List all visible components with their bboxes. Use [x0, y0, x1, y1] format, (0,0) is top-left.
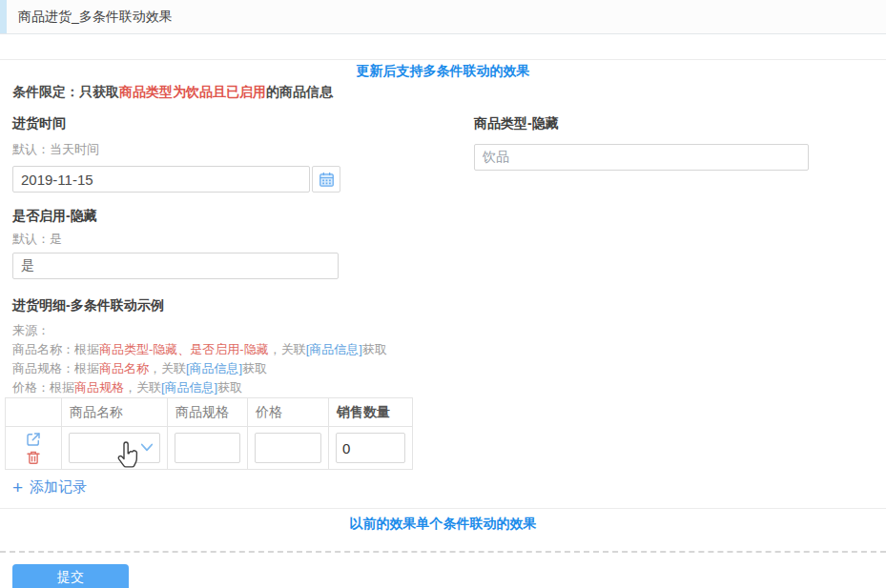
- banner-bottom: 以前的效果单个条件联动的效果: [0, 516, 886, 533]
- form-panel: 更新后支持多条件联动的效果 条件限定：只获取商品类型为饮品且已启用的商品信息 进…: [0, 59, 886, 509]
- quantity-input[interactable]: [336, 433, 405, 463]
- purchase-date-input[interactable]: [12, 166, 310, 193]
- enabled-label: 是否启用-隐藏: [12, 208, 886, 224]
- condition-suffix: 的商品信息: [266, 84, 333, 99]
- source-notes: 来源： 商品名称：根据商品类型-隐藏、是否启用-隐藏，关联[商品信息]获取 商品…: [12, 321, 886, 397]
- product-spec-input[interactable]: [175, 433, 240, 463]
- product-spec-cell: [168, 427, 248, 470]
- condition-highlight: 商品类型为饮品且已启用: [119, 84, 266, 99]
- trash-icon[interactable]: [25, 449, 42, 466]
- table-header-row: 商品名称 商品规格 价格 销售数量: [6, 398, 413, 427]
- col-price: 价格: [248, 398, 329, 427]
- calendar-button[interactable]: [312, 166, 340, 193]
- detail-title: 进货明细-多条件联动示例: [12, 297, 886, 314]
- price-cell: [248, 427, 329, 470]
- condition-note: 条件限定：只获取商品类型为饮品且已启用的商品信息: [12, 84, 886, 101]
- col-product-name: 商品名称: [62, 398, 168, 427]
- form-title-bar: 商品进货_多条件联动效果: [0, 0, 886, 34]
- col-actions: [6, 398, 62, 427]
- detail-table: 商品名称 商品规格 价格 销售数量: [5, 397, 413, 470]
- chevron-down-icon[interactable]: [140, 442, 154, 454]
- price-input[interactable]: [255, 433, 321, 463]
- field-enabled: 是否启用-隐藏 默认：是: [12, 208, 886, 279]
- banner-top: 更新后支持多条件联动的效果: [0, 60, 886, 80]
- source-line: 商品名称：根据商品类型-隐藏、是否启用-隐藏，关联[商品信息]获取: [12, 340, 886, 359]
- enabled-hint: 默认：是: [12, 232, 886, 247]
- add-record-label: 添加记录: [30, 478, 87, 497]
- source-label: 来源：: [12, 321, 886, 340]
- table-row: [6, 427, 413, 470]
- date-input-group: [12, 166, 340, 193]
- source-line: 商品规格：根据商品名称，关联[商品信息]获取: [12, 359, 886, 378]
- field-product-type: 商品类型-隐藏: [474, 115, 810, 193]
- field-purchase-time: 进货时间 默认：当天时间: [12, 115, 340, 193]
- purchase-time-hint: 默认：当天时间: [12, 142, 340, 157]
- plus-icon: +: [12, 478, 23, 497]
- product-type-input[interactable]: [474, 144, 809, 171]
- form-title: 商品进货_多条件联动效果: [18, 9, 173, 26]
- calendar-icon: [318, 171, 336, 189]
- dashed-divider: [0, 551, 886, 553]
- source-line: 价格：根据商品规格，关联[商品信息]获取: [12, 378, 886, 397]
- product-type-label: 商品类型-隐藏: [474, 115, 810, 132]
- row-actions-cell: [6, 427, 62, 470]
- col-quantity: 销售数量: [329, 398, 413, 427]
- title-accent-bar: [0, 0, 7, 33]
- quantity-cell: [329, 427, 413, 470]
- col-product-spec: 商品规格: [168, 398, 248, 427]
- purchase-time-label: 进货时间: [12, 115, 340, 132]
- add-record-link[interactable]: + 添加记录: [12, 478, 87, 497]
- submit-button[interactable]: 提交: [12, 564, 129, 588]
- fields-row: 进货时间 默认：当天时间: [0, 115, 886, 193]
- condition-prefix: 条件限定：只获取: [12, 84, 119, 99]
- enabled-input[interactable]: [12, 253, 339, 279]
- open-record-icon[interactable]: [25, 431, 42, 448]
- product-name-cell: [62, 427, 168, 470]
